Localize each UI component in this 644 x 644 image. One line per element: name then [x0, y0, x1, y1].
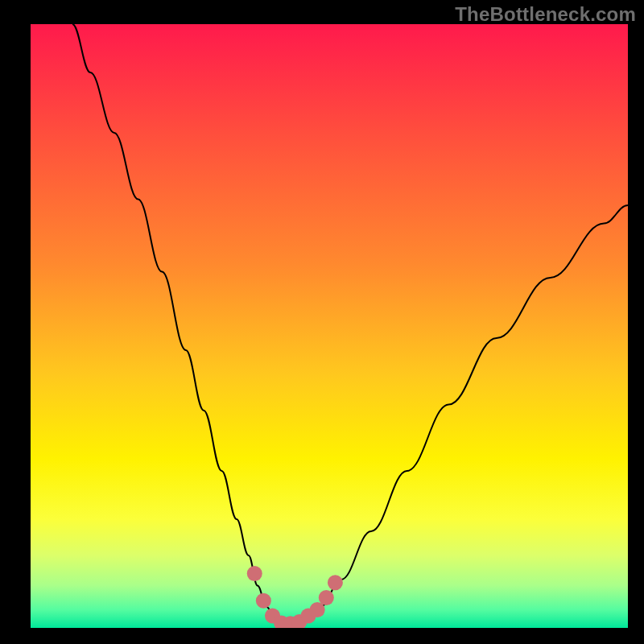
gradient-background — [31, 24, 628, 628]
curve-marker — [247, 566, 262, 581]
curve-marker — [319, 590, 334, 605]
chart-svg — [31, 24, 628, 628]
chart-plot-area — [31, 24, 628, 628]
watermark-text: TheBottleneck.com — [455, 3, 636, 26]
curve-marker — [256, 593, 271, 609]
curve-marker — [328, 575, 343, 590]
outer-frame: TheBottleneck.com — [0, 0, 644, 644]
